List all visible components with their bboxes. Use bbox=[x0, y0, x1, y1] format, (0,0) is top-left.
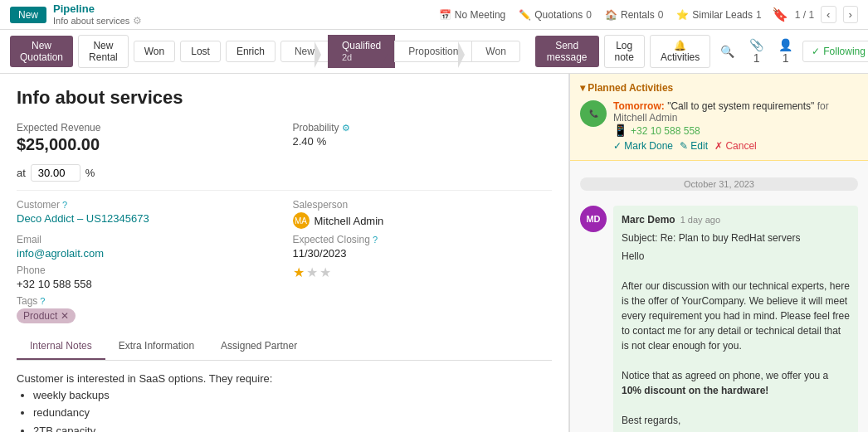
next-button[interactable]: › bbox=[843, 6, 858, 23]
right-panel: ▾ Planned Activities 📞 Tomorrow: "Call t… bbox=[569, 74, 868, 432]
salesperson-name: Mitchell Admin bbox=[315, 215, 384, 227]
marc-demo-sender: Marc Demo bbox=[622, 212, 675, 227]
prev-button[interactable]: ‹ bbox=[821, 6, 836, 23]
following-button[interactable]: ✓ Following bbox=[802, 41, 868, 62]
step-proposition[interactable]: Proposition bbox=[394, 41, 472, 62]
tags-field: Tags ? Product ✕ bbox=[17, 295, 276, 323]
similar-leads-label: Similar Leads bbox=[692, 9, 753, 21]
activity-avatar: 📞 bbox=[580, 100, 607, 127]
expected-revenue-label: Expected Revenue bbox=[17, 122, 276, 133]
tag-remove-icon[interactable]: ✕ bbox=[61, 310, 69, 322]
planned-activities: ▾ Planned Activities 📞 Tomorrow: "Call t… bbox=[570, 74, 868, 161]
activity-item: 📞 Tomorrow: "Call to get system requirem… bbox=[580, 100, 858, 152]
phone-field: Phone +32 10 588 558 bbox=[17, 265, 276, 290]
step-new[interactable]: New bbox=[280, 41, 329, 62]
notes-list-item-1: weekly backups bbox=[33, 387, 552, 404]
tags-info-icon[interactable]: ? bbox=[40, 296, 45, 306]
whatsapp-icon: 📱 bbox=[613, 124, 627, 137]
won-button[interactable]: Won bbox=[134, 41, 175, 62]
quotations-label: Quotations bbox=[534, 9, 583, 21]
rentals-label: Rentals bbox=[621, 9, 655, 21]
star-2[interactable]: ★ bbox=[306, 265, 318, 280]
marc-demo-body: Hello After our discussion with our tech… bbox=[622, 249, 850, 428]
main-area: Info about services Expected Revenue $25… bbox=[0, 74, 868, 432]
edit-link[interactable]: ✎ Edit bbox=[680, 140, 708, 152]
new-button[interactable]: New bbox=[10, 7, 46, 23]
sub-breadcrumb-text: Info about services bbox=[53, 16, 129, 26]
tags-container: Product ✕ bbox=[17, 308, 276, 323]
customer-label: Customer ? bbox=[17, 199, 276, 211]
probability-value: 2.40 bbox=[293, 135, 314, 148]
at-input[interactable] bbox=[31, 164, 80, 182]
page-title: Info about services bbox=[17, 87, 552, 109]
customer-grid: Customer ? Deco Addict – US12345673 Sale… bbox=[17, 199, 552, 323]
mark-done-link[interactable]: ✓ Mark Done bbox=[613, 140, 673, 152]
salesperson-field: Salesperson MA Mitchell Admin bbox=[293, 199, 553, 229]
tag-label: Product bbox=[23, 310, 57, 322]
phone-label: Phone bbox=[17, 265, 276, 276]
probability-pct: % bbox=[317, 135, 327, 148]
enrich-button[interactable]: Enrich bbox=[226, 41, 276, 62]
expected-closing-value: 11/30/2023 bbox=[293, 247, 553, 260]
priority-field: ★ ★ ★ bbox=[293, 265, 553, 290]
new-rental-button[interactable]: New Rental bbox=[78, 35, 129, 68]
salesperson-value: MA Mitchell Admin bbox=[293, 212, 553, 229]
quotations-action[interactable]: ✏️ Quotations 0 bbox=[519, 9, 592, 21]
expected-revenue-field: Expected Revenue $25,000.00 bbox=[17, 122, 276, 154]
similar-leads-count: 1 bbox=[756, 9, 762, 21]
left-panel: Info about services Expected Revenue $25… bbox=[0, 74, 569, 432]
stars-rating[interactable]: ★ ★ ★ bbox=[293, 265, 553, 280]
cancel-link[interactable]: ✗ Cancel bbox=[714, 140, 757, 152]
closing-info-icon[interactable]: ? bbox=[373, 235, 378, 245]
top-fields-grid: Expected Revenue $25,000.00 Probability … bbox=[17, 122, 552, 154]
expected-revenue-value: $25,000.00 bbox=[17, 135, 276, 154]
step-won[interactable]: Won bbox=[471, 41, 519, 62]
quotations-count: 0 bbox=[586, 9, 592, 21]
tab-internal-notes[interactable]: Internal Notes bbox=[17, 333, 105, 360]
search-button[interactable]: 🔍 bbox=[715, 42, 739, 61]
send-message-button[interactable]: Send message bbox=[535, 36, 599, 67]
settings-icon[interactable]: ⚙ bbox=[133, 15, 142, 27]
phone-value: +32 10 588 558 bbox=[17, 278, 276, 290]
similar-leads-action[interactable]: ⭐ Similar Leads 1 bbox=[676, 9, 761, 21]
salesperson-avatar: MA bbox=[293, 212, 310, 229]
expected-closing-field: Expected Closing ? 11/30/2023 bbox=[293, 234, 553, 260]
tab-extra-information[interactable]: Extra Information bbox=[105, 333, 207, 360]
probability-gear-icon[interactable]: ⚙ bbox=[342, 123, 350, 133]
star-1[interactable]: ★ bbox=[293, 265, 305, 280]
lost-button[interactable]: Lost bbox=[180, 41, 221, 62]
email-value[interactable]: info@agrolait.com bbox=[17, 247, 276, 260]
new-quotation-button[interactable]: New Quotation bbox=[10, 36, 73, 67]
no-meeting-action[interactable]: 📅 No Meeting bbox=[439, 9, 505, 21]
attachment-button[interactable]: 📎 1 bbox=[744, 36, 768, 67]
bookmark-icon[interactable]: 🔖 bbox=[772, 7, 788, 22]
at-label: at bbox=[17, 167, 26, 179]
notes-list-item-3: 2TB capacity bbox=[33, 423, 552, 433]
customer-value[interactable]: Deco Addict – US12345673 bbox=[17, 212, 276, 225]
followers-button[interactable]: 👤 1 bbox=[773, 36, 797, 67]
tab-assigned-partner[interactable]: Assigned Partner bbox=[207, 333, 310, 360]
notes-content: Customer is interested in SaaS options. … bbox=[17, 371, 552, 432]
date-divider: October 31, 2023 bbox=[580, 177, 858, 191]
customer-field: Customer ? Deco Addict – US12345673 bbox=[17, 199, 276, 229]
product-tag: Product ✕ bbox=[17, 308, 76, 323]
marc-demo-message: Marc Demo 1 day ago Subject: Re: Plan to… bbox=[613, 206, 858, 432]
activity-title: Tomorrow: "Call to get system requiremen… bbox=[613, 100, 858, 124]
probability-label: Probability ⚙ bbox=[293, 122, 553, 133]
customer-info-icon[interactable]: ? bbox=[62, 200, 67, 210]
status-pipeline: New Qualified 2d Proposition Won bbox=[280, 35, 520, 68]
log-note-button[interactable]: Log note bbox=[604, 35, 645, 68]
message-block-1: MD Marc Demo 1 day ago Subject: Re: Plan… bbox=[580, 206, 858, 432]
activities-button[interactable]: 🔔 Activities bbox=[650, 35, 710, 68]
activity-content: Tomorrow: "Call to get system requiremen… bbox=[613, 100, 858, 152]
notes-list: weekly backups redundancy 2TB capacity bbox=[17, 387, 552, 433]
quotations-icon: ✏️ bbox=[519, 9, 531, 21]
tags-label: Tags ? bbox=[17, 295, 276, 307]
rentals-action[interactable]: 🏠 Rentals 0 bbox=[605, 9, 663, 21]
star-3[interactable]: ★ bbox=[319, 265, 331, 280]
pipeline-link[interactable]: Pipeline bbox=[53, 2, 95, 15]
top-nav-center: 📅 No Meeting ✏️ Quotations 0 🏠 Rentals 0… bbox=[439, 9, 762, 21]
calendar-icon: 📅 bbox=[439, 9, 451, 21]
planned-activities-header: ▾ Planned Activities bbox=[580, 82, 858, 94]
step-qualified[interactable]: Qualified 2d bbox=[328, 35, 395, 68]
